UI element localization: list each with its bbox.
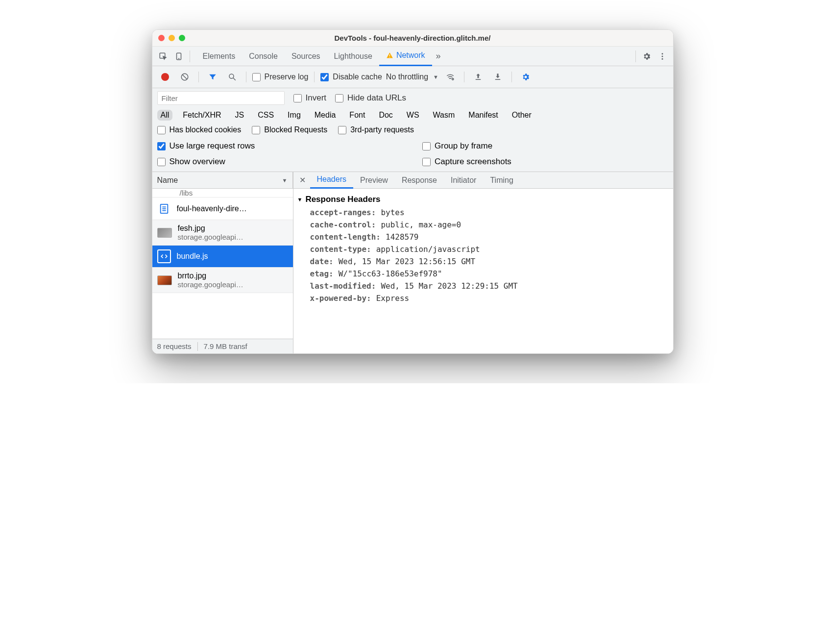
document-icon [157, 202, 171, 216]
tab-elements[interactable]: Elements [196, 47, 243, 66]
type-doc[interactable]: Doc [375, 110, 396, 121]
chevron-down-icon: ▼ [433, 74, 438, 80]
window-title: DevTools - foul-heavenly-direction.glitc… [152, 34, 673, 42]
close-window-button[interactable] [158, 35, 165, 41]
separator [197, 342, 198, 351]
type-all[interactable]: All [157, 110, 173, 121]
more-tabs-button[interactable]: » [432, 51, 445, 61]
kebab-menu-icon[interactable] [655, 49, 670, 64]
has-blocked-cookies-checkbox[interactable]: Has blocked cookies [157, 125, 242, 134]
header-row: content-typeapplication/javascript [293, 243, 673, 255]
header-value: W/"15cc63-186e53ef978" [339, 269, 442, 278]
invert-checkbox[interactable]: Invert [293, 93, 327, 103]
minimize-window-button[interactable] [169, 35, 175, 41]
throttling-label: No throttling [386, 73, 428, 81]
request-domain: storage.googleapi… [178, 280, 243, 289]
section-title: Response Headers [305, 195, 380, 204]
devtools-window: DevTools - foul-heavenly-direction.glitc… [152, 29, 674, 354]
response-headers-section[interactable]: ▼ Response Headers [293, 193, 673, 206]
request-row-selected[interactable]: bundle.js [152, 246, 293, 268]
request-row[interactable]: fesh.jpg storage.googleapi… [152, 220, 293, 246]
invert-label: Invert [306, 93, 327, 103]
header-value: bytes [381, 208, 404, 217]
detail-tab-preview[interactable]: Preview [353, 172, 395, 189]
request-row-partial: /libs [152, 189, 293, 198]
inspect-element-icon[interactable] [155, 49, 171, 64]
preserve-log-checkbox[interactable]: Preserve log [252, 73, 309, 81]
tab-network-label: Network [396, 51, 425, 60]
detail-tab-initiator[interactable]: Initiator [444, 172, 483, 189]
type-media[interactable]: Media [311, 110, 340, 121]
network-conditions-icon[interactable] [442, 69, 458, 85]
capture-screenshots-label: Capture screenshots [435, 157, 511, 167]
export-har-icon[interactable] [490, 69, 506, 85]
third-party-checkbox[interactable]: 3rd-party requests [338, 125, 414, 134]
request-row[interactable]: foul-heavenly-dire… [152, 198, 293, 220]
type-font[interactable]: Font [346, 110, 368, 121]
tab-console[interactable]: Console [242, 47, 285, 66]
header-value: 1428579 [386, 232, 418, 242]
settings-icon[interactable] [639, 49, 655, 64]
tab-lighthouse[interactable]: Lighthouse [327, 47, 379, 66]
header-key: content-type [310, 245, 371, 254]
type-manifest[interactable]: Manifest [465, 110, 501, 121]
clear-button[interactable] [177, 69, 193, 85]
hide-data-urls-checkbox[interactable]: Hide data URLs [335, 93, 406, 103]
network-settings-icon[interactable] [518, 69, 534, 85]
filter-input[interactable] [157, 91, 285, 105]
tab-network[interactable]: Network [379, 47, 432, 66]
status-requests: 8 requests [157, 342, 192, 350]
status-transfer: 7.9 MB transf [204, 342, 247, 350]
header-key: accept-ranges [310, 208, 376, 217]
header-value: Express [376, 294, 409, 303]
throttling-select[interactable]: No throttling ▼ [386, 73, 438, 81]
header-row: etagW/"15cc63-186e53ef978" [293, 268, 673, 280]
request-row[interactable]: brrto.jpg storage.googleapi… [152, 268, 293, 293]
header-row: dateWed, 15 Mar 2023 12:56:15 GMT [293, 255, 673, 268]
name-column-label: Name [157, 176, 178, 185]
import-har-icon[interactable] [470, 69, 486, 85]
warning-icon [386, 52, 393, 59]
group-by-frame-checkbox[interactable]: Group by frame [422, 141, 668, 151]
detail-tab-timing[interactable]: Timing [483, 172, 520, 189]
svg-point-5 [661, 53, 663, 54]
header-value: Wed, 15 Mar 2023 12:29:15 GMT [381, 281, 517, 291]
request-domain: storage.googleapi… [178, 233, 243, 241]
svg-rect-4 [389, 57, 390, 57]
separator [314, 72, 315, 82]
disable-cache-checkbox[interactable]: Disable cache [320, 73, 382, 81]
type-css[interactable]: CSS [254, 110, 277, 121]
record-button[interactable] [157, 69, 173, 85]
filter-toggle-icon[interactable] [205, 69, 220, 85]
type-ws[interactable]: WS [403, 110, 423, 121]
search-icon[interactable] [224, 69, 240, 85]
request-name: fesh.jpg [178, 224, 243, 233]
show-overview-checkbox[interactable]: Show overview [157, 157, 403, 167]
large-rows-label: Use large request rows [170, 141, 255, 151]
separator [246, 72, 246, 82]
tab-sources[interactable]: Sources [285, 47, 327, 66]
large-rows-checkbox[interactable]: Use large request rows [157, 141, 403, 151]
type-img[interactable]: Img [284, 110, 304, 121]
type-wasm[interactable]: Wasm [430, 110, 459, 121]
svg-point-6 [661, 55, 663, 57]
type-js[interactable]: JS [232, 110, 248, 121]
detail-body[interactable]: ▼ Response Headers accept-rangesbytes ca… [293, 189, 673, 353]
header-value: Wed, 15 Mar 2023 12:56:15 GMT [339, 257, 475, 266]
svg-line-11 [233, 78, 236, 80]
header-row: accept-rangesbytes [293, 206, 673, 219]
type-fetch-xhr[interactable]: Fetch/XHR [179, 110, 224, 121]
name-column-header[interactable]: Name ▼ [152, 172, 293, 189]
type-other[interactable]: Other [509, 110, 535, 121]
detail-tab-response[interactable]: Response [395, 172, 444, 189]
close-detail-button[interactable]: ✕ [295, 175, 310, 185]
disclosure-triangle-icon: ▼ [297, 197, 303, 202]
request-list[interactable]: /libs foul-heavenly-dire… fesh.jpg stora… [152, 189, 293, 339]
header-key: etag [310, 269, 334, 278]
detail-tab-headers[interactable]: Headers [310, 172, 353, 189]
device-toolbar-icon[interactable] [171, 49, 187, 64]
blocked-requests-checkbox[interactable]: Blocked Requests [252, 125, 327, 134]
svg-rect-14 [495, 79, 501, 80]
maximize-window-button[interactable] [179, 35, 185, 41]
capture-screenshots-checkbox[interactable]: Capture screenshots [422, 157, 668, 167]
